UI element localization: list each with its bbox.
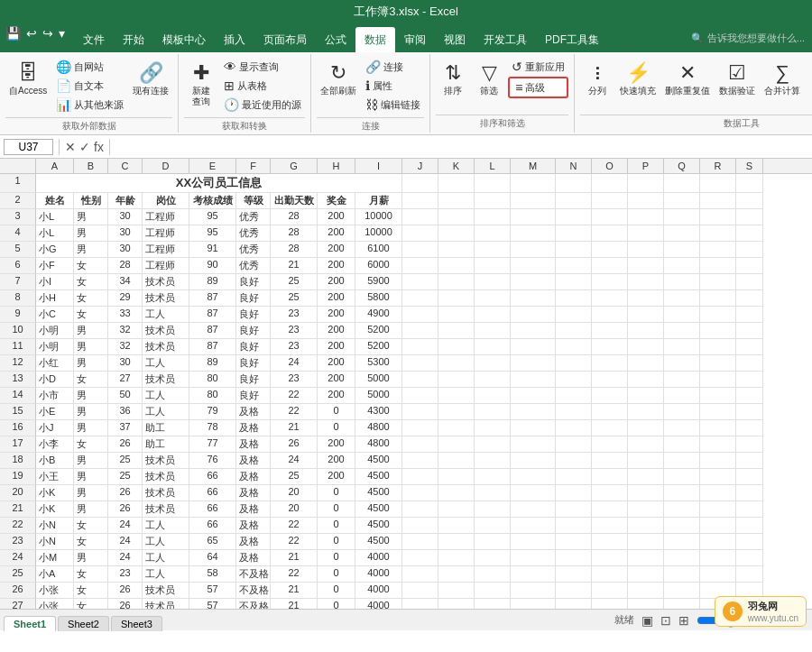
table-cell[interactable] [592,339,628,355]
table-cell[interactable]: 优秀 [236,258,271,274]
table-cell[interactable]: 及格 [236,518,271,534]
table-cell[interactable]: 不及格 [236,566,271,583]
tab-insert[interactable]: 插入 [215,27,254,52]
table-cell[interactable]: 26 [108,501,143,518]
table-cell[interactable] [475,242,511,258]
table-cell[interactable] [628,274,664,290]
table-cell[interactable] [402,174,438,193]
table-cell[interactable] [438,307,475,323]
table-cell[interactable] [438,501,475,518]
table-cell[interactable] [556,485,592,501]
table-cell[interactable]: 95 [189,225,236,242]
table-cell[interactable]: 及格 [236,485,271,501]
table-cell[interactable]: 4500 [355,453,402,469]
table-cell[interactable] [556,355,592,372]
table-cell[interactable]: 23 [271,339,318,355]
table-cell[interactable]: 32 [108,323,143,339]
table-cell[interactable] [511,566,556,583]
table-cell[interactable] [736,453,763,469]
table-cell[interactable] [511,453,556,469]
table-cell[interactable] [700,209,736,225]
dropdown-icon[interactable]: ▾ [57,26,67,41]
table-cell[interactable]: 200 [318,453,355,469]
table-cell[interactable]: 技术员 [143,469,189,485]
flash-fill-button[interactable]: ⚡ 快速填充 [616,58,660,99]
table-cell[interactable] [475,485,511,501]
table-cell[interactable]: 技术员 [143,372,189,388]
table-cell[interactable]: 工人 [143,388,189,404]
table-cell[interactable] [511,290,556,307]
table-cell[interactable] [438,566,475,583]
table-cell[interactable]: 5900 [355,274,402,290]
table-cell[interactable] [664,420,700,436]
table-cell[interactable] [736,290,763,307]
table-cell[interactable] [511,583,556,599]
table-cell[interactable]: 工人 [143,534,189,550]
table-cell[interactable]: 87 [189,290,236,307]
table-cell[interactable]: 87 [189,339,236,355]
col-header-k[interactable]: K [438,159,475,173]
table-cell[interactable]: 10000 [355,209,402,225]
table-cell[interactable] [475,307,511,323]
table-cell[interactable] [628,404,664,420]
table-cell[interactable] [736,436,763,453]
table-cell[interactable] [700,469,736,485]
table-cell[interactable]: 29 [108,290,143,307]
table-cell[interactable] [664,323,700,339]
tab-file[interactable]: 文件 [74,27,114,52]
table-cell[interactable] [438,550,475,566]
table-cell[interactable]: 男 [74,209,108,225]
table-cell[interactable] [511,258,556,274]
table-cell[interactable] [592,242,628,258]
table-cell[interactable] [700,290,736,307]
table-cell[interactable] [700,242,736,258]
table-cell[interactable]: 小A [36,566,74,583]
table-cell[interactable]: 25 [108,453,143,469]
sheet-tab-2[interactable]: Sheet2 [58,616,109,631]
table-cell[interactable]: 25 [271,469,318,485]
table-cell[interactable]: 25 [271,290,318,307]
table-cell[interactable]: 考核成绩 [189,193,236,209]
table-cell[interactable] [402,599,438,609]
table-cell[interactable] [700,485,736,501]
search-placeholder[interactable]: 告诉我您想要做什么... [707,32,805,45]
table-cell[interactable] [402,436,438,453]
table-cell[interactable] [438,355,475,372]
table-cell[interactable]: 良好 [236,290,271,307]
table-cell[interactable] [511,388,556,404]
table-cell[interactable]: 男 [74,225,108,242]
table-cell[interactable]: 34 [108,274,143,290]
table-cell[interactable]: 小F [36,258,74,274]
table-cell[interactable] [511,485,556,501]
table-cell[interactable] [592,599,628,609]
table-cell[interactable] [402,501,438,518]
reapply-button[interactable]: ↺重新应用 [508,58,568,76]
table-cell[interactable] [592,258,628,274]
table-cell[interactable] [700,388,736,404]
table-cell[interactable] [628,209,664,225]
table-cell[interactable] [511,339,556,355]
refresh-all-button[interactable]: ↻ 全部刷新 [317,58,360,99]
table-cell[interactable] [402,566,438,583]
table-cell[interactable]: 小D [36,372,74,388]
table-cell[interactable] [664,274,700,290]
table-cell[interactable]: 0 [318,583,355,599]
table-cell[interactable]: 25 [271,274,318,290]
table-cell[interactable] [402,534,438,550]
table-cell[interactable] [664,501,700,518]
table-cell[interactable]: 30 [108,242,143,258]
table-cell[interactable]: 工程师 [143,242,189,258]
table-cell[interactable]: 女 [74,534,108,550]
table-cell[interactable]: 0 [318,566,355,583]
table-cell[interactable] [628,307,664,323]
table-cell[interactable]: 200 [318,307,355,323]
table-cell[interactable] [700,566,736,583]
table-cell[interactable]: 24 [108,534,143,550]
table-cell[interactable]: 工人 [143,355,189,372]
table-cell[interactable]: 0 [318,404,355,420]
table-cell[interactable] [475,290,511,307]
table-cell[interactable] [664,339,700,355]
table-cell[interactable]: 工程师 [143,258,189,274]
table-cell[interactable]: 良好 [236,355,271,372]
col-header-n[interactable]: N [556,159,592,173]
